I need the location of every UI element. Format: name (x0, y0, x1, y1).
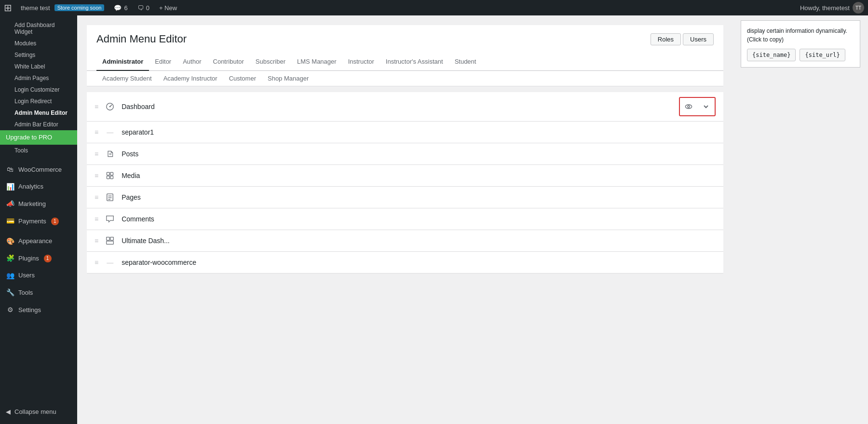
menu-item-pages-name: Pages (122, 193, 716, 201)
sidebar-item-upgrade-to-pro[interactable]: Upgrade to PRO (0, 130, 77, 145)
token-site-url[interactable]: {site_url} (800, 49, 845, 61)
menu-row-posts[interactable]: ≡ Posts (87, 143, 723, 165)
adminbar-comments[interactable]: 💬 6 (109, 0, 132, 15)
svg-rect-8 (107, 176, 110, 179)
drag-handle-comments[interactable]: ≡ (95, 215, 98, 223)
sidebar-item-analytics[interactable]: 📊 Analytics (0, 178, 77, 196)
settings-icon: ⚙ (6, 305, 14, 315)
upgrade-label: Upgrade to PRO (6, 133, 52, 142)
sidebar-item-settings-top[interactable]: Settings (0, 49, 77, 61)
eye-button-dashboard[interactable] (680, 98, 697, 115)
tab-subscriber[interactable]: Subscriber (250, 53, 291, 71)
menu-item-ultimate-dash-name: Ultimate Dash... (122, 237, 716, 245)
sidebar-item-modules[interactable]: Modules (0, 38, 77, 49)
token-site-name[interactable]: {site_name} (747, 49, 796, 61)
drag-handle-media[interactable]: ≡ (95, 172, 98, 179)
menu-row-separator-woocommerce[interactable]: ≡ — separator-woocommerce (87, 252, 723, 274)
plugins-badge: 1 (44, 255, 52, 262)
sidebar-item-login-customizer[interactable]: Login Customizer (0, 84, 77, 96)
svg-point-3 (688, 106, 690, 108)
svg-rect-16 (107, 241, 114, 245)
tab-editor[interactable]: Editor (149, 53, 177, 71)
sidebar-item-users[interactable]: 👥 Users (0, 267, 77, 285)
tab-academy-instructor[interactable]: Academy Instructor (158, 71, 223, 86)
adminbar-site-name[interactable]: theme test Store coming soon (16, 0, 109, 15)
sidebar-item-tools-sub[interactable]: Tools (0, 145, 77, 156)
sidebar-item-settings[interactable]: ⚙ Settings (0, 301, 77, 319)
tab-shop-manager[interactable]: Shop Manager (262, 71, 314, 86)
tab-lms-manager[interactable]: LMS Manager (291, 53, 342, 71)
message-icon: 🗨 (137, 4, 144, 12)
drag-handle-separator-woocommerce[interactable]: ≡ (95, 259, 98, 266)
menu-item-posts-name: Posts (122, 150, 716, 158)
tools-icon: 🔧 (6, 288, 14, 298)
separator1-icon: — (104, 126, 116, 138)
drag-handle-posts[interactable]: ≡ (95, 150, 98, 158)
sidebar-item-appearance[interactable]: 🎨 Appearance (0, 233, 77, 250)
menu-item-dashboard-name: Dashboard (122, 103, 673, 110)
sidebar-item-marketing[interactable]: 📣 Marketing (0, 195, 77, 213)
tab-administrator[interactable]: Administrator (96, 53, 149, 71)
menu-row-comments[interactable]: ≡ Comments (87, 208, 723, 230)
menu-item-media-name: Media (122, 172, 716, 179)
sidebar-item-white-label[interactable]: White Label (0, 61, 77, 72)
drag-handle-pages[interactable]: ≡ (95, 193, 98, 201)
pages-icon (104, 191, 116, 203)
users-button[interactable]: Users (683, 33, 714, 45)
menu-row-media[interactable]: ≡ Media (87, 165, 723, 187)
menu-row-separator1[interactable]: ≡ — separator1 (87, 122, 723, 143)
users-icon: 👥 (6, 271, 14, 281)
payments-icon: 💳 (6, 217, 14, 226)
sidebar-item-admin-pages[interactable]: Admin Pages (0, 72, 77, 84)
sidebar-item-login-redirect[interactable]: Login Redirect (0, 96, 77, 107)
adminbar-howdy[interactable]: Howdy, themetest TT (800, 2, 864, 14)
menu-row-pages[interactable]: ≡ Pages (87, 187, 723, 208)
svg-rect-7 (110, 172, 113, 175)
tab-author[interactable]: Author (177, 53, 207, 71)
separator-woocommerce-icon: — (104, 257, 116, 268)
right-panel-description: display certain information dynamically.… (747, 27, 854, 44)
svg-rect-15 (110, 237, 114, 241)
roles-button[interactable]: Roles (651, 33, 681, 45)
menu-row-ultimate-dash[interactable]: ≡ Ultimate Dash... (87, 230, 723, 252)
sidebar-item-admin-bar-editor[interactable]: Admin Bar Editor (0, 119, 77, 130)
posts-icon (104, 148, 116, 160)
right-panel-inner: display certain information dynamically.… (741, 20, 860, 68)
token-buttons-group: {site_name} {site_url} (747, 49, 854, 61)
tabs-row2: Academy Student Academy Instructor Custo… (87, 71, 723, 86)
drag-handle-dashboard[interactable]: ≡ (95, 103, 98, 110)
menu-editor-content: ≡ Dashboard (87, 92, 723, 274)
sidebar-item-admin-menu-editor[interactable]: Admin Menu Editor (0, 107, 77, 119)
comments-icon (104, 213, 116, 225)
svg-point-1 (109, 106, 111, 108)
tab-customer[interactable]: Customer (223, 71, 262, 86)
sidebar-item-plugins[interactable]: 🧩 Plugins 1 (0, 250, 77, 267)
woocommerce-icon: 🛍 (6, 165, 14, 175)
sidebar-item-tools[interactable]: 🔧 Tools (0, 284, 77, 301)
tabs-row1: Administrator Editor Author Contributor … (87, 53, 723, 71)
tab-academy-student[interactable]: Academy Student (96, 71, 158, 86)
comment-icon: 💬 (114, 4, 122, 12)
wp-logo-icon[interactable]: ⊞ (4, 2, 12, 14)
sidebar-item-woocommerce[interactable]: 🛍 WooCommerce (0, 161, 77, 178)
tab-instructor[interactable]: Instructor (342, 53, 380, 71)
adminbar-new[interactable]: + New (154, 0, 182, 15)
sidebar-item-add-dashboard[interactable]: Add Dashboard Widget (0, 19, 77, 38)
tab-student[interactable]: Student (449, 53, 482, 71)
tab-instructors-assistant[interactable]: Instructor's Assistant (380, 53, 449, 71)
appearance-icon: 🎨 (6, 237, 14, 246)
store-coming-soon-badge[interactable]: Store coming soon (54, 4, 105, 11)
plugins-icon: 🧩 (6, 254, 14, 263)
tab-contributor[interactable]: Contributor (207, 53, 250, 71)
sidebar-item-payments[interactable]: 💳 Payments 1 (0, 213, 77, 230)
avatar: TT (853, 2, 864, 14)
adminbar-messages[interactable]: 🗨 0 (133, 0, 154, 15)
collapse-icon: ◀ (6, 408, 11, 415)
right-panel: display certain information dynamically.… (733, 15, 868, 424)
drag-handle-ultimate-dash[interactable]: ≡ (95, 237, 98, 245)
drag-handle-separator1[interactable]: ≡ (95, 128, 98, 136)
chevron-down-button-dashboard[interactable] (697, 98, 715, 115)
menu-row-dashboard[interactable]: ≡ Dashboard (87, 92, 723, 122)
collapse-menu-button[interactable]: ◀ Collapse menu (0, 404, 77, 419)
svg-rect-14 (107, 237, 110, 241)
